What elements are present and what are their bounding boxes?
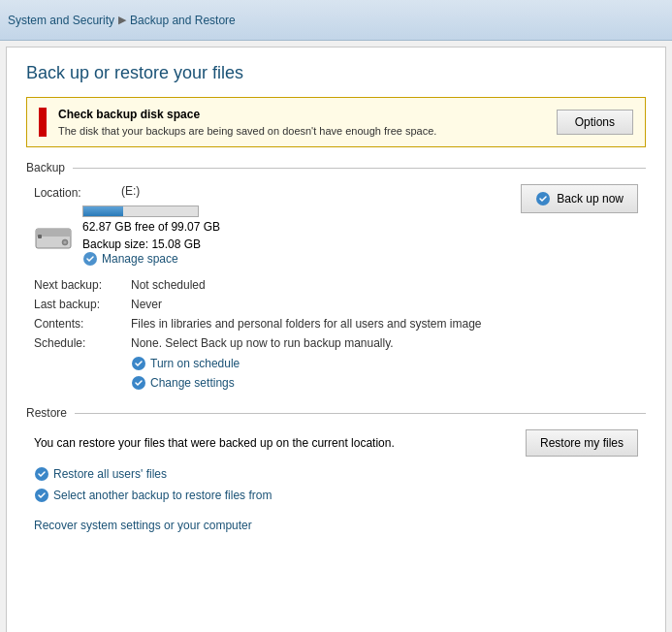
- backup-icon: [535, 191, 551, 206]
- manage-space-link[interactable]: Manage space: [82, 251, 220, 267]
- drive-icon: [34, 221, 73, 252]
- breadcrumb-separator: ▶: [118, 14, 126, 26]
- warning-title: Check backup disk space: [58, 108, 545, 121]
- last-backup-value: Never: [131, 298, 638, 311]
- location-label: Location:: [34, 184, 121, 200]
- next-backup-row: Next backup: Not scheduled: [34, 278, 638, 292]
- shield-icon: [82, 251, 98, 267]
- restore-section: You can restore your files that were bac…: [26, 429, 646, 532]
- backup-top: Location: (E:): [34, 184, 638, 267]
- progress-bar-fill: [83, 206, 123, 216]
- location-value: (E:): [121, 184, 140, 198]
- warning-text: Check backup disk space The disk that yo…: [58, 108, 545, 137]
- restore-users-icon: [34, 466, 49, 482]
- breadcrumb-system-security[interactable]: System and Security: [8, 14, 114, 27]
- warning-description: The disk that your backups are being sav…: [58, 125, 545, 137]
- change-settings-link[interactable]: Change settings: [131, 375, 638, 391]
- contents-row: Contents: Files in libraries and persona…: [34, 317, 638, 331]
- schedule-row: Schedule: None. Select Back up now to ru…: [34, 336, 638, 350]
- restore-links: Restore all users' files Select another …: [34, 466, 638, 503]
- settings-shield-icon: [131, 375, 146, 391]
- main-content: Back up or restore your files Check back…: [6, 47, 666, 632]
- svg-rect-2: [38, 235, 42, 238]
- next-backup-label: Next backup:: [34, 278, 131, 292]
- select-another-backup-link[interactable]: Select another backup to restore files f…: [34, 488, 638, 503]
- contents-value: Files in libraries and personal folders …: [131, 317, 638, 331]
- drive-icon-area: 62.87 GB free of 99.07 GB Backup size: 1…: [34, 205, 521, 267]
- schedule-shield-icon: [131, 356, 146, 371]
- last-backup-label: Last backup:: [34, 298, 131, 311]
- backup-info: Location: (E:): [34, 184, 521, 267]
- drive-details: 62.87 GB free of 99.07 GB Backup size: 1…: [82, 205, 220, 267]
- page-title: Back up or restore your files: [26, 63, 646, 83]
- backup-label: Backup: [26, 161, 73, 174]
- breadcrumb: System and Security ▶ Backup and Restore: [8, 14, 236, 27]
- restore-all-users-link[interactable]: Restore all users' files: [34, 466, 638, 482]
- breadcrumb-backup-restore[interactable]: Backup and Restore: [130, 14, 236, 27]
- backup-now-button[interactable]: Back up now: [521, 184, 638, 213]
- recover-system-link[interactable]: Recover system settings or your computer: [34, 519, 252, 532]
- backup-section: Location: (E:): [26, 184, 646, 391]
- warning-banner: Check backup disk space The disk that yo…: [26, 97, 646, 147]
- turn-on-schedule-link[interactable]: Turn on schedule: [131, 356, 638, 371]
- disk-free: 62.87 GB free of 99.07 GB: [82, 220, 220, 234]
- backup-size-value: 15.08 GB: [151, 237, 201, 251]
- restore-top: You can restore your files that were bac…: [34, 429, 638, 457]
- options-button[interactable]: Options: [557, 110, 633, 135]
- section-divider: [73, 168, 646, 169]
- svg-point-4: [64, 240, 67, 243]
- restore-description: You can restore your files that were bac…: [34, 436, 395, 450]
- location-row: Location: (E:): [34, 184, 521, 200]
- next-backup-value: Not scheduled: [131, 278, 638, 292]
- warning-red-bar: [39, 108, 47, 137]
- restore-divider: [75, 413, 646, 414]
- progress-bar-container: [82, 205, 199, 217]
- backup-section-header: Backup: [26, 161, 646, 174]
- restore-my-files-button[interactable]: Restore my files: [526, 429, 638, 457]
- title-bar: System and Security ▶ Backup and Restore: [0, 0, 672, 41]
- restore-section-header: Restore: [26, 406, 646, 420]
- schedule-label: Schedule:: [34, 336, 131, 350]
- contents-label: Contents:: [34, 317, 131, 331]
- backup-size-label: Backup size:: [82, 237, 148, 251]
- last-backup-row: Last backup: Never: [34, 298, 638, 311]
- restore-label: Restore: [26, 406, 75, 420]
- schedule-value: None. Select Back up now to run backup m…: [131, 336, 638, 350]
- select-backup-icon: [34, 488, 49, 503]
